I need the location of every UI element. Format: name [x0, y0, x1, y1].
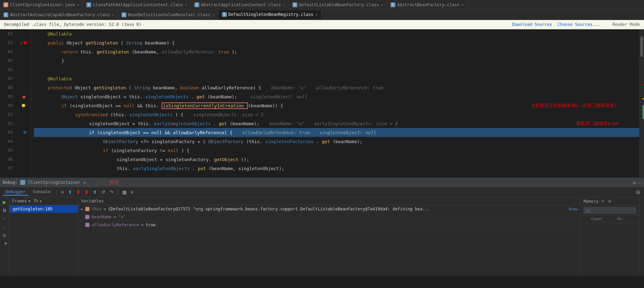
editor-scrollbar[interactable] — [639, 29, 644, 178]
line-indicator-93 — [16, 131, 31, 134]
line-indicator-83[interactable]: ↑ — [16, 40, 31, 46]
tab-label-defaultlistable: DefaultListableBeanFactory.class — [299, 2, 379, 7]
code-text-95: if (singletonFactory != null ) { — [103, 148, 189, 153]
toolbar-btn-table[interactable]: ▦ — [121, 189, 128, 196]
threads-dropdown[interactable]: ▼ — [40, 199, 42, 203]
red-arrow-annotation-92: ← — [172, 120, 175, 127]
tab-close-abstractapp[interactable]: × — [283, 3, 285, 7]
toolbar-btn-menu[interactable]: ≡ — [60, 189, 65, 196]
tab-label-clientspring: ClientSpringContainer.java — [10, 2, 75, 7]
tab-close-abstractautowire[interactable]: × — [112, 13, 114, 17]
toolbar-btn-columns[interactable]: ⊟ — [635, 189, 641, 196]
gutter-line-96: 96 — [0, 155, 31, 164]
tab-abstractbean[interactable]: C AbstractBeanFactory.class × — [387, 0, 468, 10]
memory-refresh-btn[interactable]: ↺ — [600, 199, 605, 204]
tab-clientspring[interactable]: C ClientSpringContainer.java × — [0, 0, 83, 10]
chinese-annotation-90: 当前是否正在创建单例a（在第三级缓存里） — [531, 102, 618, 109]
gutter-line-95: 95 — [0, 146, 31, 155]
toolbar-btn-runtopoint[interactable]: ⬆ — [92, 189, 98, 196]
gutter-line-91: 91 — [0, 110, 31, 119]
tab-label-abstractbean: AbstractBeanFactory.class — [397, 2, 460, 7]
toolbar-btn-list[interactable]: ≡ — [130, 189, 135, 196]
var-item-this[interactable]: ▶ this = {DefaultListableBeanFactory@175… — [78, 205, 580, 213]
tab-close-abstractbean[interactable]: × — [461, 3, 464, 7]
code-text-85: } — [61, 58, 64, 63]
variables-header: Variables — [78, 197, 580, 205]
highlighted-method-90: isSingletonCurrentlyInCreation — [162, 102, 248, 109]
var-name-beanname: beanName — [92, 215, 112, 219]
tab-close-defaultsingleton[interactable]: × — [315, 12, 318, 17]
view-link-this[interactable]: View — [569, 207, 578, 211]
tab-close-defaultlistable[interactable]: × — [381, 3, 383, 7]
tab-abstractautowire[interactable]: C AbstractAutowireCapableBeanFactory.cla… — [0, 10, 118, 20]
code-text-92: singletonObject = this. earlySingletonOb… — [89, 121, 397, 126]
toolbar-btn-reset[interactable]: ↺ — [100, 189, 106, 196]
code-text-93: if (singletonObject == null && allowEarl… — [89, 130, 376, 135]
tab-defaultlistable[interactable]: C DefaultListableBeanFactory.class × — [289, 0, 387, 10]
variables-label: Variables — [81, 199, 104, 203]
tab-icon-defaultsingleton: C — [222, 12, 227, 17]
memory-settings-btn[interactable]: ⚙ — [607, 199, 613, 204]
toolbar-btn-stepout[interactable]: ⬇ — [84, 189, 90, 196]
tab-beandefinition[interactable]: C BeanDefinitionValueResolver.class × — [118, 10, 219, 20]
download-sources-link[interactable]: Download Sources — [512, 22, 552, 27]
gutter-line-85: 85 — [0, 56, 31, 65]
tab-close-clientspring[interactable]: × — [77, 3, 79, 7]
resume-btn[interactable]: ▶ — [2, 199, 7, 206]
tab-close-beandefinition[interactable]: × — [212, 13, 215, 17]
line-indicator-89: ● — [16, 94, 31, 99]
debugger-tab[interactable]: Debugger — [3, 189, 28, 196]
frames-dropdown[interactable]: ▼ — [28, 199, 30, 203]
var-val-this: {DefaultListableBeanFactory@1757} "org.s… — [108, 207, 430, 211]
code-line-94: ObjectFactory <?> singletonFactory = ( O… — [34, 137, 639, 146]
debug-header: Debug: ClientSpringContainer × ↓ 步过 ⚙ — — [0, 178, 644, 187]
var-item-allowearlyref[interactable]: ▶ allowEarlyReference = true — [78, 221, 580, 229]
debug-close-btn[interactable]: × — [83, 180, 86, 185]
var-expand-this[interactable]: ▶ — [81, 207, 83, 211]
tab-defaultsingleton[interactable]: C DefaultSingletonBeanRegistry.class × — [219, 10, 321, 20]
memory-search-input[interactable] — [584, 207, 636, 213]
tab-close-classpathxml[interactable]: × — [185, 3, 188, 7]
right-panel-strip — [639, 197, 644, 276]
code-text-91: synchronized (this. singletonObjects ) {… — [75, 112, 263, 117]
tab-icon-abstractautowire: C — [3, 12, 8, 17]
debug-settings-icon[interactable]: ⚙ — [633, 180, 636, 185]
code-line-97: this. earlySingletonObjects . put (beanN… — [34, 164, 639, 173]
choose-sources-link[interactable]: Choose Sources... — [558, 22, 600, 27]
code-line-84: return this. getSingleton (beanName, all… — [34, 47, 639, 56]
debug-toolbar: Debugger Console ≡ ⬆ ⬇ ⬇ ⬆ ↺ ↷ ▦ ≡ ⊟ — [0, 187, 644, 197]
breakpoint-83 — [23, 41, 27, 44]
code-line-85: } — [34, 56, 639, 65]
add-watch-btn[interactable]: + — [4, 240, 8, 247]
tab-label-abstractapp: AbstractApplicationContext.class — [201, 2, 281, 7]
code-line-93: if (singletonObject == null && allowEarl… — [34, 128, 639, 137]
gutter-line-84: 84 — [0, 47, 31, 56]
toolbar-btn-stepinto[interactable]: ⬇ — [75, 189, 81, 196]
memory-panel: Memory ↺ ⚙ ⚙ Count Di... — [580, 197, 639, 276]
var-item-beanname[interactable]: ▶ beanName = "a" — [78, 213, 580, 221]
down-btn[interactable]: ↓ — [3, 224, 7, 230]
up-btn[interactable]: ↑ — [3, 215, 7, 222]
toolbar-btn-step[interactable]: ↷ — [108, 189, 115, 196]
code-text-94: ObjectFactory <?> singletonFactory = ( O… — [103, 139, 362, 144]
code-line-96: singletonObject = singletonFactory. getO… — [34, 155, 639, 164]
code-line-89: Object singletonObject = this. singleton… — [34, 92, 639, 101]
frame-item-getsingleton[interactable]: getSingleton:185 — [9, 205, 78, 213]
code-text-90: if (singletonObject == null && this. isS… — [61, 103, 283, 108]
scroll-marker-yellow — [643, 98, 644, 99]
toolbar-btn-stepover[interactable]: ⬆ — [67, 189, 73, 196]
debug-minimize-btn[interactable]: — — [638, 180, 641, 185]
gutter-line-86: 86 — [0, 65, 31, 74]
reader-mode-text[interactable]: Reader Mode — [613, 22, 640, 27]
console-tab[interactable]: Console — [30, 189, 54, 196]
line-number-86: 86 — [0, 67, 16, 72]
pause-btn[interactable]: ⏸ — [1, 207, 8, 214]
tab-abstractapp[interactable]: C AbstractApplicationContext.class × — [191, 0, 289, 10]
memory-toolbar: ⚙ — [581, 206, 639, 215]
var-name-allowearlyref: allowEarlyReference — [92, 222, 139, 227]
debug-body: ▶ ⏸ ↑ ↓ ⊘ + Frames ▼ Th ▼ getSingleton:1… — [0, 197, 644, 276]
decompiled-info-text: Decompiled .class file, bytecode version… — [4, 22, 141, 27]
code-line-95: if (singletonFactory != null ) { — [34, 146, 639, 155]
tab-classpathxml[interactable]: C ClassPathXmlApplicationContext.class × — [83, 0, 191, 10]
filter-btn[interactable]: ⊘ — [2, 232, 7, 239]
